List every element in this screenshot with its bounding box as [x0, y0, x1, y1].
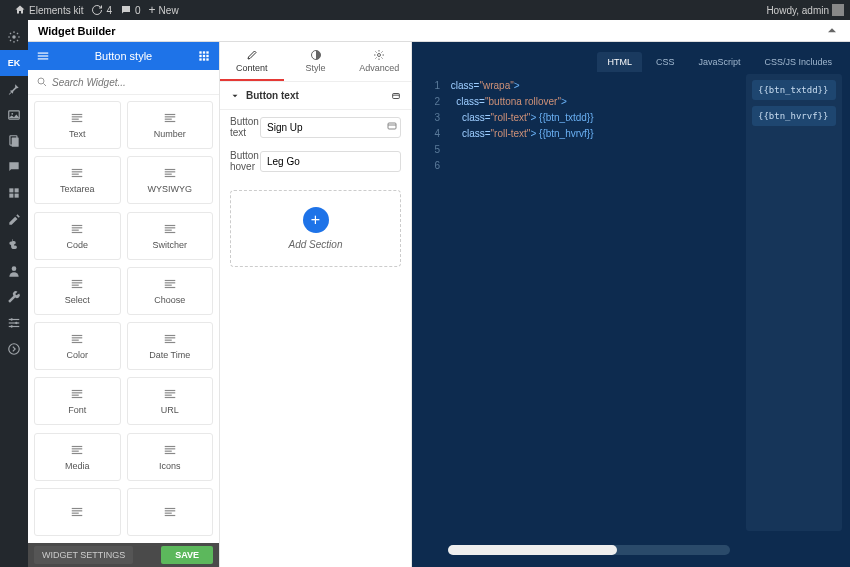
widget-card[interactable]: Color — [34, 322, 121, 370]
sidebar-dashboard-icon[interactable] — [0, 24, 28, 50]
menu-icon[interactable] — [36, 49, 50, 63]
sidebar-appearance-icon[interactable] — [0, 206, 28, 232]
svg-rect-81 — [72, 450, 79, 451]
sidebar-templates-icon[interactable] — [0, 180, 28, 206]
svg-rect-46 — [165, 176, 176, 177]
app-title: Widget Builder — [38, 25, 116, 37]
svg-rect-92 — [165, 510, 176, 511]
code-tab-css[interactable]: CSS — [646, 52, 685, 72]
sidebar-tools-icon[interactable] — [0, 284, 28, 310]
code-editor[interactable]: 1 class="wrapa">2 class="buttona rollove… — [420, 74, 740, 531]
svg-rect-43 — [165, 169, 176, 170]
svg-rect-71 — [72, 390, 83, 391]
variables-panel: {{btn_txtdd}}{{btn_hvrvf}} — [746, 74, 842, 531]
svg-rect-26 — [206, 55, 208, 57]
sidebar-comments-icon[interactable] — [0, 154, 28, 180]
sidebar-settings-icon[interactable] — [0, 310, 28, 336]
section-header[interactable]: Button text — [220, 82, 411, 110]
wp-admin-bar: Elements kit 4 0 +New Howdy, admin — [0, 0, 850, 20]
sidebar-pin-icon[interactable] — [0, 76, 28, 102]
svg-rect-93 — [165, 512, 172, 513]
svg-rect-53 — [165, 229, 172, 230]
svg-rect-22 — [203, 51, 205, 53]
sidebar-media-icon[interactable] — [0, 102, 28, 128]
tab-style[interactable]: Style — [284, 42, 348, 81]
svg-rect-67 — [165, 335, 176, 336]
svg-rect-29 — [206, 58, 208, 60]
svg-rect-61 — [165, 284, 172, 285]
sidebar-plugins-icon[interactable] — [0, 232, 28, 258]
svg-rect-41 — [72, 174, 79, 175]
grid-icon[interactable] — [197, 49, 211, 63]
comments-link[interactable]: 0 — [120, 4, 141, 16]
svg-rect-19 — [38, 55, 49, 56]
button-hover-input[interactable] — [260, 151, 401, 172]
button-text-input[interactable] — [260, 117, 401, 138]
svg-rect-78 — [165, 397, 176, 398]
svg-rect-56 — [72, 282, 83, 283]
add-section-button[interactable]: + Add Section — [230, 190, 401, 267]
svg-rect-85 — [165, 450, 172, 451]
widget-card[interactable]: Number — [127, 101, 214, 149]
widget-card[interactable]: Select — [34, 267, 121, 315]
svg-rect-77 — [165, 395, 172, 396]
svg-rect-28 — [203, 58, 205, 60]
refresh-link[interactable]: 4 — [91, 4, 112, 16]
svg-rect-90 — [72, 515, 83, 516]
svg-rect-82 — [72, 452, 83, 453]
variable-chip[interactable]: {{btn_txtdd}} — [752, 80, 836, 100]
svg-point-16 — [11, 325, 13, 327]
widget-settings-button[interactable]: WIDGET SETTINGS — [34, 546, 133, 564]
search-input[interactable] — [52, 77, 211, 88]
svg-rect-31 — [72, 114, 83, 115]
svg-rect-18 — [38, 53, 49, 54]
svg-rect-24 — [199, 55, 201, 57]
widget-card[interactable]: Icons — [127, 433, 214, 481]
svg-rect-72 — [72, 393, 83, 394]
app-title-bar: Widget Builder — [28, 20, 850, 42]
widget-card[interactable]: WYSIWYG — [127, 156, 214, 204]
svg-rect-57 — [72, 284, 79, 285]
widget-card[interactable]: Date Time — [127, 322, 214, 370]
svg-rect-91 — [165, 508, 176, 509]
svg-rect-49 — [72, 229, 79, 230]
widget-card[interactable] — [127, 488, 214, 536]
widget-card[interactable]: Textarea — [34, 156, 121, 204]
section-type-icon — [391, 91, 401, 101]
svg-rect-50 — [72, 231, 83, 232]
widget-card[interactable]: Media — [34, 433, 121, 481]
widget-card[interactable]: Font — [34, 377, 121, 425]
save-button[interactable]: SAVE — [161, 546, 213, 564]
tab-advanced[interactable]: Advanced — [347, 42, 411, 81]
widget-card[interactable]: Switcher — [127, 212, 214, 260]
widget-panel-title: Button style — [50, 50, 197, 62]
svg-rect-12 — [9, 322, 20, 323]
widget-card[interactable]: Code — [34, 212, 121, 260]
svg-rect-45 — [165, 174, 172, 175]
code-scrollbar[interactable] — [448, 545, 730, 555]
svg-rect-32 — [72, 116, 83, 117]
code-tab-js[interactable]: JavaScript — [688, 52, 750, 72]
variable-chip[interactable]: {{btn_hvrvf}} — [752, 106, 836, 126]
tab-content[interactable]: Content — [220, 42, 284, 81]
widget-card[interactable] — [34, 488, 121, 536]
svg-point-10 — [12, 266, 17, 271]
svg-rect-74 — [72, 397, 83, 398]
dynamic-icon[interactable] — [386, 120, 398, 134]
panel-collapse-icon[interactable] — [824, 23, 840, 39]
site-link[interactable]: Elements kit — [14, 4, 83, 16]
new-link[interactable]: +New — [149, 3, 179, 17]
svg-rect-87 — [72, 508, 83, 509]
sidebar-ek-icon[interactable]: EK — [0, 50, 28, 76]
sidebar-collapse-icon[interactable] — [0, 336, 28, 362]
contrast-icon — [310, 49, 322, 61]
widget-card[interactable]: Text — [34, 101, 121, 149]
widget-card[interactable]: URL — [127, 377, 214, 425]
code-tab-includes[interactable]: CSS/JS Includes — [754, 52, 842, 72]
sidebar-users-icon[interactable] — [0, 258, 28, 284]
widget-card[interactable]: Choose — [127, 267, 214, 315]
svg-rect-40 — [72, 172, 83, 173]
sidebar-pages-icon[interactable] — [0, 128, 28, 154]
user-greeting[interactable]: Howdy, admin — [766, 4, 844, 16]
code-tab-html[interactable]: HTML — [597, 52, 642, 72]
